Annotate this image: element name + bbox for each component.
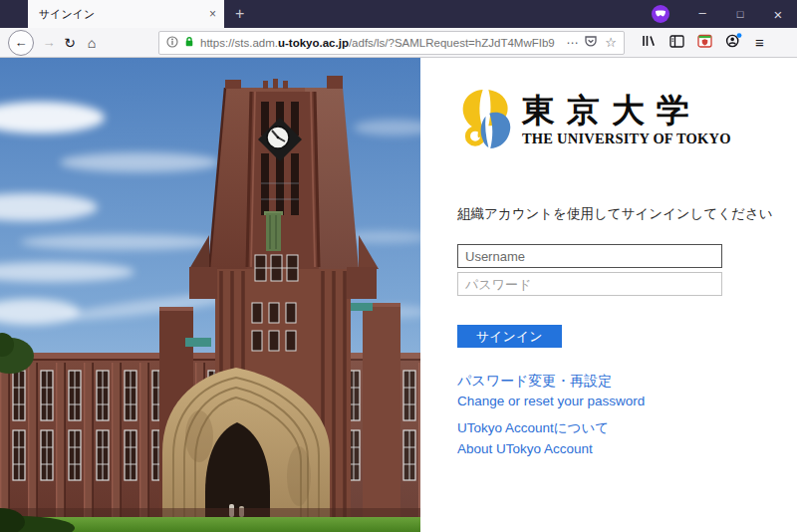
- navigation-toolbar: ← → ↻ ⌂ https://sts.adm.u-tokyo.ac.jp/ad…: [0, 28, 797, 58]
- about-account-link-jp[interactable]: UTokyo Accountについて: [457, 419, 779, 437]
- library-icon[interactable]: [641, 34, 657, 52]
- home-button[interactable]: ⌂: [81, 31, 103, 55]
- minimize-button[interactable]: –: [683, 0, 721, 30]
- back-button[interactable]: ←: [8, 30, 34, 56]
- signin-instruction: 組織アカウントを使用してサインインしてください: [457, 205, 779, 223]
- https-lock-icon[interactable]: [183, 34, 195, 52]
- username-input[interactable]: [457, 244, 722, 268]
- change-password-link-jp[interactable]: パスワード変更・再設定: [457, 373, 779, 391]
- tab-close-icon[interactable]: ×: [209, 7, 216, 21]
- logo-title-en: THE UNIVERSITY OF TOKYO: [522, 131, 731, 147]
- site-info-icon[interactable]: [166, 34, 178, 52]
- tab-title: サインイン: [39, 7, 203, 22]
- url-text[interactable]: https://sts.adm.u-tokyo.ac.jp/adfs/ls/?S…: [200, 37, 561, 49]
- private-browsing-mask-icon: [652, 5, 669, 23]
- url-bar[interactable]: https://sts.adm.u-tokyo.ac.jp/adfs/ls/?S…: [158, 31, 625, 55]
- password-input[interactable]: [457, 272, 722, 296]
- window-controls: – □ ×: [652, 0, 797, 28]
- ginkgo-leaf-icon: [457, 87, 514, 153]
- page-content: 東京大学 THE UNIVERSITY OF TOKYO 組織アカウントを使用し…: [0, 58, 797, 532]
- toolbar-right-icons: ≡: [641, 33, 764, 52]
- forward-button[interactable]: →: [39, 31, 59, 55]
- account-icon[interactable]: [725, 33, 742, 52]
- utokyo-logo: 東京大学 THE UNIVERSITY OF TOKYO: [457, 87, 779, 153]
- logo-title-jp: 東京大学: [522, 94, 731, 129]
- page-actions-icon[interactable]: ⋯: [566, 36, 579, 50]
- campus-photo: [0, 58, 420, 532]
- url-path: /adfs/ls/?SAMLRequest=hZJdT4MwFIb9: [349, 37, 555, 49]
- extension-icon[interactable]: [697, 34, 712, 52]
- logo-text: 東京大学 THE UNIVERSITY OF TOKYO: [522, 87, 731, 147]
- hamburger-menu-icon[interactable]: ≡: [755, 34, 764, 51]
- browser-tab[interactable]: サインイン ×: [28, 0, 224, 28]
- maximize-button[interactable]: □: [721, 0, 759, 28]
- url-prefix: https://sts.adm.: [200, 37, 278, 49]
- new-tab-button[interactable]: +: [224, 0, 255, 28]
- change-password-link-en[interactable]: Change or reset your password: [457, 394, 779, 408]
- sidebar-icon[interactable]: [669, 34, 684, 52]
- about-account-link-en[interactable]: About UTokyo Account: [457, 441, 779, 456]
- reload-button[interactable]: ↻: [59, 31, 81, 55]
- window-close-button[interactable]: ×: [759, 0, 797, 28]
- pocket-icon[interactable]: [584, 34, 598, 52]
- browser-window: サインイン × + – □ × ← → ↻ ⌂ https://sts.adm.…: [0, 0, 797, 532]
- signin-button[interactable]: サインイン: [457, 325, 562, 348]
- bookmark-star-icon[interactable]: ☆: [605, 35, 617, 50]
- titlebar: サインイン × + – □ ×: [0, 0, 797, 28]
- login-panel: 東京大学 THE UNIVERSITY OF TOKYO 組織アカウントを使用し…: [420, 58, 797, 532]
- url-domain: u-tokyo.ac.jp: [278, 37, 349, 49]
